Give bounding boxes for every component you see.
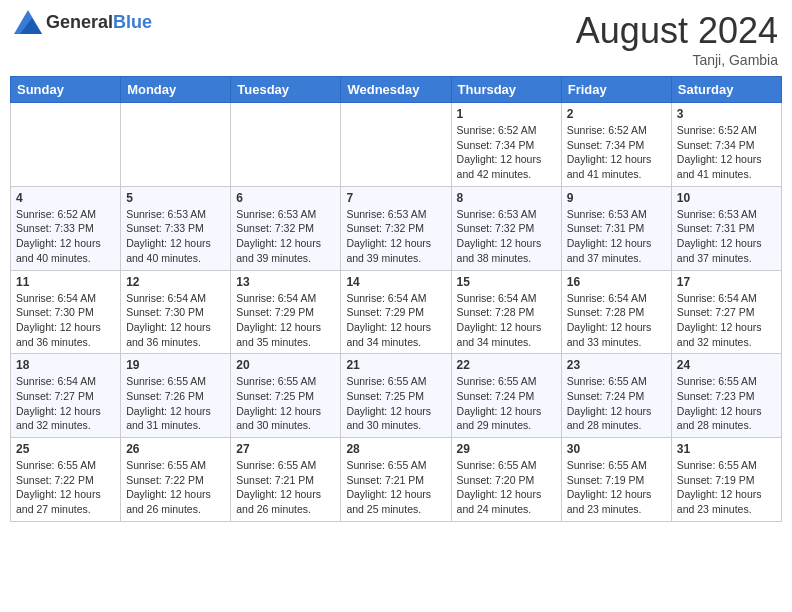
day-number: 14 [346, 275, 445, 289]
day-number: 9 [567, 191, 666, 205]
day-number: 29 [457, 442, 556, 456]
day-info: Sunrise: 6:52 AM Sunset: 7:34 PM Dayligh… [677, 123, 776, 182]
day-info: Sunrise: 6:55 AM Sunset: 7:21 PM Dayligh… [236, 458, 335, 517]
day-cell: 9Sunrise: 6:53 AM Sunset: 7:31 PM Daylig… [561, 186, 671, 270]
day-cell: 5Sunrise: 6:53 AM Sunset: 7:33 PM Daylig… [121, 186, 231, 270]
day-info: Sunrise: 6:55 AM Sunset: 7:22 PM Dayligh… [126, 458, 225, 517]
day-number: 21 [346, 358, 445, 372]
day-info: Sunrise: 6:53 AM Sunset: 7:31 PM Dayligh… [567, 207, 666, 266]
weekday-header-sunday: Sunday [11, 77, 121, 103]
logo-blue: Blue [113, 12, 152, 32]
day-cell: 14Sunrise: 6:54 AM Sunset: 7:29 PM Dayli… [341, 270, 451, 354]
day-number: 24 [677, 358, 776, 372]
day-cell: 8Sunrise: 6:53 AM Sunset: 7:32 PM Daylig… [451, 186, 561, 270]
day-number: 25 [16, 442, 115, 456]
day-number: 15 [457, 275, 556, 289]
day-cell: 26Sunrise: 6:55 AM Sunset: 7:22 PM Dayli… [121, 438, 231, 522]
day-number: 5 [126, 191, 225, 205]
weekday-header-row: SundayMondayTuesdayWednesdayThursdayFrid… [11, 77, 782, 103]
day-cell: 12Sunrise: 6:54 AM Sunset: 7:30 PM Dayli… [121, 270, 231, 354]
day-cell: 22Sunrise: 6:55 AM Sunset: 7:24 PM Dayli… [451, 354, 561, 438]
day-info: Sunrise: 6:53 AM Sunset: 7:32 PM Dayligh… [236, 207, 335, 266]
calendar-table: SundayMondayTuesdayWednesdayThursdayFrid… [10, 76, 782, 522]
week-row-3: 11Sunrise: 6:54 AM Sunset: 7:30 PM Dayli… [11, 270, 782, 354]
logo: GeneralBlue [14, 10, 152, 34]
day-cell: 13Sunrise: 6:54 AM Sunset: 7:29 PM Dayli… [231, 270, 341, 354]
day-cell: 2Sunrise: 6:52 AM Sunset: 7:34 PM Daylig… [561, 103, 671, 187]
day-info: Sunrise: 6:55 AM Sunset: 7:22 PM Dayligh… [16, 458, 115, 517]
day-info: Sunrise: 6:55 AM Sunset: 7:19 PM Dayligh… [677, 458, 776, 517]
day-number: 6 [236, 191, 335, 205]
day-cell: 11Sunrise: 6:54 AM Sunset: 7:30 PM Dayli… [11, 270, 121, 354]
day-info: Sunrise: 6:52 AM Sunset: 7:34 PM Dayligh… [567, 123, 666, 182]
day-info: Sunrise: 6:55 AM Sunset: 7:24 PM Dayligh… [457, 374, 556, 433]
week-row-5: 25Sunrise: 6:55 AM Sunset: 7:22 PM Dayli… [11, 438, 782, 522]
day-cell: 24Sunrise: 6:55 AM Sunset: 7:23 PM Dayli… [671, 354, 781, 438]
day-info: Sunrise: 6:54 AM Sunset: 7:28 PM Dayligh… [457, 291, 556, 350]
day-number: 17 [677, 275, 776, 289]
day-cell [231, 103, 341, 187]
week-row-4: 18Sunrise: 6:54 AM Sunset: 7:27 PM Dayli… [11, 354, 782, 438]
week-row-2: 4Sunrise: 6:52 AM Sunset: 7:33 PM Daylig… [11, 186, 782, 270]
day-cell [121, 103, 231, 187]
day-info: Sunrise: 6:54 AM Sunset: 7:27 PM Dayligh… [677, 291, 776, 350]
weekday-header-thursday: Thursday [451, 77, 561, 103]
day-cell [341, 103, 451, 187]
day-info: Sunrise: 6:52 AM Sunset: 7:34 PM Dayligh… [457, 123, 556, 182]
weekday-header-monday: Monday [121, 77, 231, 103]
day-info: Sunrise: 6:54 AM Sunset: 7:28 PM Dayligh… [567, 291, 666, 350]
day-info: Sunrise: 6:53 AM Sunset: 7:31 PM Dayligh… [677, 207, 776, 266]
day-cell: 20Sunrise: 6:55 AM Sunset: 7:25 PM Dayli… [231, 354, 341, 438]
day-cell: 28Sunrise: 6:55 AM Sunset: 7:21 PM Dayli… [341, 438, 451, 522]
day-number: 23 [567, 358, 666, 372]
day-cell: 7Sunrise: 6:53 AM Sunset: 7:32 PM Daylig… [341, 186, 451, 270]
weekday-header-wednesday: Wednesday [341, 77, 451, 103]
day-info: Sunrise: 6:55 AM Sunset: 7:25 PM Dayligh… [346, 374, 445, 433]
day-cell: 19Sunrise: 6:55 AM Sunset: 7:26 PM Dayli… [121, 354, 231, 438]
day-number: 27 [236, 442, 335, 456]
day-info: Sunrise: 6:52 AM Sunset: 7:33 PM Dayligh… [16, 207, 115, 266]
day-number: 3 [677, 107, 776, 121]
day-info: Sunrise: 6:55 AM Sunset: 7:19 PM Dayligh… [567, 458, 666, 517]
day-cell: 27Sunrise: 6:55 AM Sunset: 7:21 PM Dayli… [231, 438, 341, 522]
week-row-1: 1Sunrise: 6:52 AM Sunset: 7:34 PM Daylig… [11, 103, 782, 187]
day-info: Sunrise: 6:55 AM Sunset: 7:25 PM Dayligh… [236, 374, 335, 433]
day-cell: 6Sunrise: 6:53 AM Sunset: 7:32 PM Daylig… [231, 186, 341, 270]
day-number: 18 [16, 358, 115, 372]
day-cell: 30Sunrise: 6:55 AM Sunset: 7:19 PM Dayli… [561, 438, 671, 522]
location: Tanji, Gambia [576, 52, 778, 68]
day-cell: 10Sunrise: 6:53 AM Sunset: 7:31 PM Dayli… [671, 186, 781, 270]
day-cell: 29Sunrise: 6:55 AM Sunset: 7:20 PM Dayli… [451, 438, 561, 522]
day-info: Sunrise: 6:54 AM Sunset: 7:30 PM Dayligh… [16, 291, 115, 350]
day-cell: 25Sunrise: 6:55 AM Sunset: 7:22 PM Dayli… [11, 438, 121, 522]
day-cell: 21Sunrise: 6:55 AM Sunset: 7:25 PM Dayli… [341, 354, 451, 438]
day-cell: 16Sunrise: 6:54 AM Sunset: 7:28 PM Dayli… [561, 270, 671, 354]
day-number: 13 [236, 275, 335, 289]
day-cell: 4Sunrise: 6:52 AM Sunset: 7:33 PM Daylig… [11, 186, 121, 270]
day-info: Sunrise: 6:55 AM Sunset: 7:24 PM Dayligh… [567, 374, 666, 433]
logo-wordmark: GeneralBlue [46, 12, 152, 33]
logo-icon [14, 10, 42, 34]
day-info: Sunrise: 6:55 AM Sunset: 7:26 PM Dayligh… [126, 374, 225, 433]
day-cell: 1Sunrise: 6:52 AM Sunset: 7:34 PM Daylig… [451, 103, 561, 187]
day-number: 8 [457, 191, 556, 205]
day-info: Sunrise: 6:55 AM Sunset: 7:23 PM Dayligh… [677, 374, 776, 433]
day-cell: 31Sunrise: 6:55 AM Sunset: 7:19 PM Dayli… [671, 438, 781, 522]
day-number: 26 [126, 442, 225, 456]
day-number: 1 [457, 107, 556, 121]
day-info: Sunrise: 6:54 AM Sunset: 7:29 PM Dayligh… [346, 291, 445, 350]
day-cell: 17Sunrise: 6:54 AM Sunset: 7:27 PM Dayli… [671, 270, 781, 354]
day-number: 16 [567, 275, 666, 289]
day-number: 12 [126, 275, 225, 289]
day-cell: 3Sunrise: 6:52 AM Sunset: 7:34 PM Daylig… [671, 103, 781, 187]
day-number: 19 [126, 358, 225, 372]
day-info: Sunrise: 6:53 AM Sunset: 7:32 PM Dayligh… [457, 207, 556, 266]
day-cell [11, 103, 121, 187]
day-info: Sunrise: 6:54 AM Sunset: 7:30 PM Dayligh… [126, 291, 225, 350]
day-info: Sunrise: 6:55 AM Sunset: 7:20 PM Dayligh… [457, 458, 556, 517]
weekday-header-saturday: Saturday [671, 77, 781, 103]
weekday-header-tuesday: Tuesday [231, 77, 341, 103]
day-number: 7 [346, 191, 445, 205]
day-info: Sunrise: 6:54 AM Sunset: 7:29 PM Dayligh… [236, 291, 335, 350]
day-number: 22 [457, 358, 556, 372]
